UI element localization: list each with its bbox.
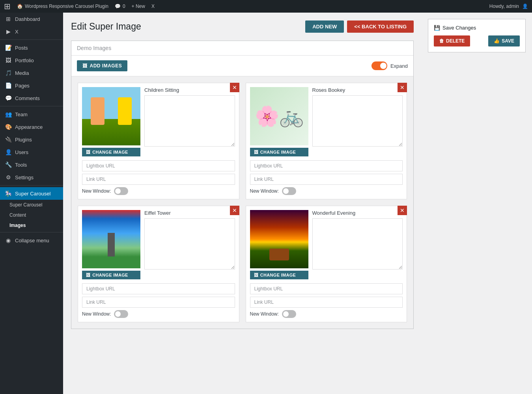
link-url-2[interactable] [250,174,403,185]
sidebar-item-posts[interactable]: 📝 Posts [0,41,63,54]
images-grid: ✕ 🖼 CHANGE IMAGE [71,76,413,329]
sidebar-item-portfolio[interactable]: 🖼 Portfolio [0,54,63,67]
change-image-icon-3: 🖼 [86,273,90,277]
admin-bar-close[interactable]: X [151,4,155,9]
sidebar-item-plugins[interactable]: 🔌 Plugins [0,133,63,146]
expand-toggle: Expand [371,61,408,70]
sidebar-item-appearance[interactable]: 🎨 Appearance [0,121,63,133]
new-window-toggle-3[interactable] [114,310,128,318]
sidebar-item-pages[interactable]: 📄 Pages [0,79,63,92]
image-caption-textarea-3[interactable] [144,218,235,269]
lightbox-url-1[interactable] [82,160,235,171]
lightbox-url-2[interactable] [250,160,403,171]
tools-icon: 🔧 [5,162,12,168]
new-window-row-2: New Window: [250,187,403,195]
gallery-name-input[interactable] [71,41,413,56]
image-card-2-fields: New Window: [246,160,407,199]
appearance-icon: 🎨 [5,124,12,130]
new-window-toggle-2[interactable] [282,187,296,195]
image-caption-2: Roses Bookey [312,87,403,156]
settings-icon: ⚙ [5,174,12,180]
image-thumb-wrap-2: 🌸🚲 🖼 CHANGE IMAGE [250,87,308,156]
image-caption-textarea-1[interactable] [144,95,235,147]
image-thumb-wrap-3: 🖼 CHANGE IMAGE [82,210,140,279]
sidebar-item-users[interactable]: 👤 Users [0,146,63,158]
add-images-button[interactable]: 🖼 ADD IMAGES [77,60,127,71]
home-icon: 🏠 [17,4,23,9]
image-thumb-wrap-4: 🖼 CHANGE IMAGE [250,210,308,279]
sidebar-sub-content[interactable]: Content [0,210,63,220]
admin-bar-site[interactable]: 🏠 Wordpress Responsive Carousel Plugin [17,4,108,9]
page-header: Edit Super Image ADD NEW << BACK TO LIST… [71,20,414,33]
expand-toggle-switch[interactable] [371,61,387,70]
image-caption-textarea-4[interactable] [312,218,403,269]
lightbox-url-4[interactable] [250,283,403,294]
change-image-icon-2: 🖼 [254,150,258,154]
sidebar-item-settings[interactable]: ⚙ Settings [0,171,63,184]
image-card-1-close[interactable]: ✕ [230,83,239,92]
sidebar-item-dashboard[interactable]: ⊞ Dashboard [0,13,63,25]
users-icon: 👤 [5,149,12,155]
image-thumb-3 [82,210,140,268]
image-card-3-close[interactable]: ✕ [230,206,239,215]
sidebar-panel-box: 💾 Save Changes 🗑 DELETE 👍 SAVE [428,19,526,52]
comments-nav-icon: 💬 [5,95,12,101]
lightbox-url-3[interactable] [82,283,235,294]
image-card-2-close[interactable]: ✕ [398,83,407,92]
sidebar-sub-super-carousel[interactable]: Super Carousel [0,200,63,210]
admin-bar-new[interactable]: + New [132,4,145,9]
sidebar-item-comments[interactable]: 💬 Comments [0,92,63,104]
image-caption-1: Children Sitting [144,87,235,156]
image-card-2: ✕ 🌸🚲 🖼 CHANGE IMAGE Roses Bookey [246,83,407,199]
save-icon: 👍 [494,38,500,44]
link-url-1[interactable] [82,174,235,185]
image-card-3-fields: New Window: [78,283,239,322]
admin-bar-comments[interactable]: 💬 0 [115,4,125,9]
header-buttons: ADD NEW << BACK TO LISTING [305,20,414,33]
admin-bar-right: Howdy, admin 👤 [489,4,528,9]
sidebar-sub-images[interactable]: Images [0,220,63,230]
new-window-toggle-1[interactable] [114,187,128,195]
image-card-1-fields: New Window: [78,160,239,199]
pages-icon: 📄 [5,82,12,89]
team-icon: 👥 [5,111,12,117]
sidebar-collapse-menu[interactable]: ◉ Collapse menu [0,234,63,247]
link-url-4[interactable] [250,297,403,308]
image-card-3-top: 🖼 CHANGE IMAGE Eiffel Tower [78,206,239,283]
image-card-4-close[interactable]: ✕ [398,206,407,215]
image-card-4: ✕ 🖼 CHANGE IMAGE Wonderful Evening [246,206,407,322]
sidebar-item-super-carousel[interactable]: 🎠 Super Carousel [0,187,63,200]
save-changes-icon: 💾 [434,25,440,31]
change-image-button-3[interactable]: 🖼 CHANGE IMAGE [82,271,140,279]
link-url-3[interactable] [82,297,235,308]
image-card-1: ✕ 🖼 CHANGE IMAGE [78,83,239,199]
page-title: Edit Super Image [71,21,141,32]
image-thumb-4 [250,210,308,268]
change-image-button-2[interactable]: 🖼 CHANGE IMAGE [250,148,308,156]
change-image-button-4[interactable]: 🖼 CHANGE IMAGE [250,271,308,279]
back-to-listing-button[interactable]: << BACK TO LISTING [347,20,414,33]
new-window-row-4: New Window: [250,310,403,318]
portfolio-icon: 🖼 [5,57,12,63]
image-caption-text-4: Wonderful Evening [312,210,403,216]
add-new-button[interactable]: ADD NEW [305,20,344,33]
wp-logo-icon[interactable]: ⊞ [4,2,11,11]
image-caption-textarea-2[interactable] [312,95,403,147]
image-caption-text-1: Children Sitting [144,87,235,93]
save-button[interactable]: 👍 SAVE [488,35,520,46]
sidebar-item-tools[interactable]: 🔧 Tools [0,158,63,171]
dashboard-icon: ⊞ [5,16,12,22]
admin-bar: ⊞ 🏠 Wordpress Responsive Carousel Plugin… [0,0,532,13]
delete-button[interactable]: 🗑 DELETE [434,35,470,46]
sidebar-panel: 💾 Save Changes 🗑 DELETE 👍 SAVE [422,13,532,59]
sidebar-item-x[interactable]: ▶ X [0,25,63,38]
super-carousel-icon: 🎠 [5,190,12,197]
plugins-icon: 🔌 [5,136,12,143]
new-window-toggle-4[interactable] [282,310,296,318]
sidebar-item-team[interactable]: 👥 Team [0,108,63,121]
change-image-button-1[interactable]: 🖼 CHANGE IMAGE [82,148,140,156]
media-icon: 🎵 [5,70,12,76]
sidebar-item-media[interactable]: 🎵 Media [0,67,63,79]
posts-icon: 📝 [5,45,12,51]
sidebar: ⊞ Dashboard ▶ X 📝 Posts 🖼 Portfolio 🎵 Me… [0,13,63,394]
